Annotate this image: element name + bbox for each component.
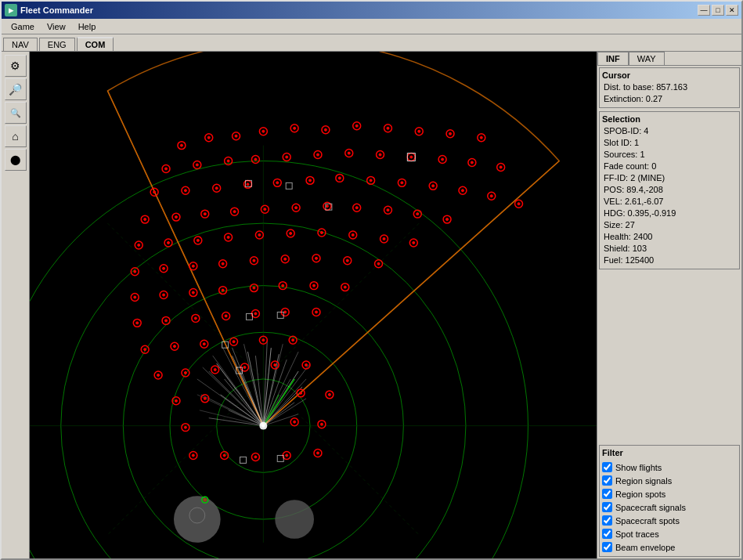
svg-point-188 — [192, 291, 194, 294]
tab-inf[interactable]: INF — [597, 52, 629, 65]
svg-point-254 — [223, 454, 225, 457]
filter-spacecraft-signals-label: Spacecraft signals — [615, 503, 686, 512]
filter-spacecraft-signals-checkbox[interactable] — [602, 502, 612, 512]
svg-point-182 — [377, 262, 380, 265]
tab-eng[interactable]: ENG — [39, 38, 75, 51]
svg-line-42 — [203, 367, 264, 426]
svg-point-90 — [410, 156, 413, 158]
svg-point-88 — [379, 154, 381, 156]
svg-point-106 — [276, 182, 279, 184]
svg-point-258 — [286, 454, 288, 457]
main-content: ⚙ 🔎 🔍 ⌂ ⬤ — [2, 52, 741, 558]
svg-point-236 — [305, 364, 308, 367]
svg-point-132 — [264, 208, 266, 211]
filter-spacecraft-spots-checkbox[interactable] — [602, 515, 612, 526]
sel-fuel: Fuel: 125400 — [602, 255, 737, 266]
sel-fadecount: Fade count: 0 — [602, 161, 737, 172]
svg-point-256 — [254, 456, 257, 458]
svg-point-60 — [294, 127, 296, 129]
svg-point-146 — [138, 244, 140, 246]
sel-hdg: HDG: 0.395,-0.919 — [602, 208, 737, 219]
svg-point-128 — [204, 213, 206, 215]
svg-point-158 — [320, 232, 323, 234]
tab-way[interactable]: WAY — [629, 52, 665, 65]
svg-point-130 — [233, 211, 236, 213]
titlebar: ▶ Fleet Commander — □ ✕ — [2, 2, 741, 19]
filter-show-flights-label: Show flights — [615, 463, 662, 472]
filter-region-signals: Region signals — [602, 474, 737, 487]
cursor-extinction: Extinction: 0.27 — [602, 93, 737, 105]
tab-bar: NAV ENG COM — [2, 34, 741, 52]
svg-point-140 — [387, 209, 389, 211]
svg-point-112 — [370, 179, 372, 182]
svg-point-94 — [471, 161, 473, 164]
right-panel: INF WAY Cursor Dist. to base: 857.163 Ex… — [597, 52, 741, 558]
zoom-in-button[interactable]: 🔎 — [5, 78, 27, 100]
svg-point-202 — [165, 320, 168, 322]
svg-point-208 — [254, 313, 257, 315]
selection-section: Selection SPOB-ID: 4 Slot ID: 1 Sources:… — [599, 111, 740, 269]
filter-title: Filter — [602, 448, 737, 457]
filter-show-flights-checkbox[interactable] — [602, 462, 612, 472]
svg-point-78 — [227, 160, 229, 162]
map-area[interactable] — [30, 52, 597, 558]
svg-point-152 — [227, 236, 229, 238]
svg-point-172 — [222, 262, 224, 265]
filter-region-signals-label: Region signals — [615, 476, 672, 486]
cursor-dist: Dist. to base: 857.163 — [602, 81, 737, 93]
selection-title: Selection — [602, 114, 737, 124]
cursor-title: Cursor — [602, 70, 737, 80]
svg-point-164 — [413, 241, 415, 244]
close-button[interactable]: ✕ — [726, 5, 738, 16]
svg-point-168 — [163, 267, 165, 269]
svg-point-224 — [292, 339, 294, 341]
sel-ffid: FF-ID: 2 (MINE) — [602, 172, 737, 184]
tab-nav[interactable]: NAV — [3, 38, 38, 51]
svg-point-262 — [204, 499, 206, 501]
svg-point-58 — [262, 130, 265, 132]
svg-line-14 — [263, 348, 271, 425]
svg-point-80 — [254, 158, 257, 161]
svg-line-28 — [201, 395, 264, 426]
menu-game[interactable]: Game — [5, 20, 41, 33]
filter-beam-envelope: Beam envelope — [602, 540, 737, 554]
filter-region-spots-label: Region spots — [615, 490, 665, 499]
filter-region-spots-checkbox[interactable] — [602, 489, 612, 499]
svg-line-40 — [223, 348, 264, 425]
menu-view[interactable]: View — [41, 20, 72, 33]
maximize-button[interactable]: □ — [712, 5, 724, 16]
filter-beam-envelope-label: Beam envelope — [615, 543, 675, 552]
zoom-out-button[interactable]: 🔍 — [5, 102, 27, 124]
svg-point-98 — [153, 191, 156, 193]
filter-spot-traces: Spot traces — [602, 527, 737, 540]
filter-section: Filter Show flights Region signals Regio… — [599, 445, 740, 557]
svg-point-242 — [300, 392, 302, 394]
svg-point-86 — [348, 152, 350, 154]
svg-point-84 — [316, 154, 319, 156]
menu-help[interactable]: Help — [72, 20, 103, 33]
svg-point-214 — [144, 349, 146, 351]
svg-point-50 — [275, 500, 314, 539]
svg-point-166 — [134, 270, 136, 273]
svg-point-180 — [346, 259, 348, 262]
svg-point-206 — [225, 315, 227, 317]
svg-point-104 — [247, 183, 249, 186]
filter-region-signals-checkbox[interactable] — [602, 475, 612, 486]
svg-point-232 — [243, 367, 246, 369]
tab-com[interactable]: COM — [77, 37, 114, 51]
sel-size: Size: 27 — [602, 219, 737, 231]
svg-point-210 — [284, 311, 287, 313]
svg-point-218 — [203, 343, 205, 345]
svg-point-148 — [168, 241, 170, 244]
settings-button[interactable]: ⚙ — [5, 55, 27, 77]
map-svg — [30, 52, 597, 558]
minimize-button[interactable]: — — [698, 5, 710, 16]
filter-beam-envelope-checkbox[interactable] — [602, 542, 612, 552]
svg-point-108 — [309, 179, 312, 182]
svg-point-102 — [215, 187, 218, 190]
filter-spot-traces-checkbox[interactable] — [602, 529, 612, 539]
svg-point-118 — [461, 190, 463, 192]
cylinder-button[interactable]: ⬤ — [5, 149, 27, 171]
sel-pos: POS: 89.4,-208 — [602, 184, 737, 196]
home-button[interactable]: ⌂ — [5, 125, 27, 147]
